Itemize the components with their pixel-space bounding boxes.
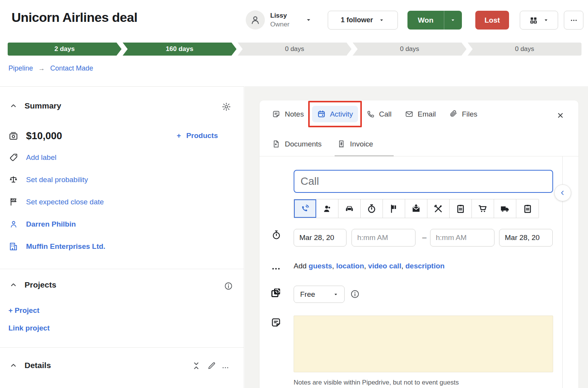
add-prefix: Add xyxy=(294,262,307,270)
tab-files[interactable]: Files xyxy=(444,106,482,122)
activity-type-car-button[interactable] xyxy=(338,199,361,218)
gear-icon xyxy=(222,102,231,112)
person-add-icon xyxy=(322,204,332,214)
tab-invoice[interactable]: Invoice xyxy=(332,136,378,152)
tab-documents[interactable]: Documents xyxy=(267,136,327,152)
activity-type-meeting-button[interactable] xyxy=(316,199,338,218)
activity-subject-input[interactable] xyxy=(294,170,553,193)
projects-info-button[interactable] xyxy=(224,281,233,291)
link-project-link[interactable]: Link project xyxy=(8,324,50,332)
stage-segment[interactable]: 0 days xyxy=(468,43,581,56)
paperclip-icon xyxy=(449,110,458,118)
separator: , xyxy=(364,262,366,270)
availability-info-button[interactable] xyxy=(350,289,360,299)
organization-link[interactable]: Muffin Enterprises Ltd. xyxy=(26,242,105,251)
info-icon xyxy=(350,289,360,299)
details-more-button[interactable] xyxy=(221,363,230,372)
owner-text: Lissy Owner xyxy=(270,12,289,28)
won-dropdown-caret[interactable] xyxy=(444,11,462,30)
tab-label: Email xyxy=(418,110,436,118)
add-video-call-link[interactable]: video call xyxy=(368,262,401,270)
ellipsis-icon xyxy=(570,16,578,25)
details-collapse-fields-button[interactable] xyxy=(192,361,201,370)
deal-probability-row[interactable]: Set deal probability xyxy=(8,175,88,185)
activity-type-clipboard-button[interactable] xyxy=(516,199,539,218)
time-icon xyxy=(271,230,282,240)
add-products-link[interactable]: + Products xyxy=(177,132,218,140)
deal-detail-page: Unicorn Airlines deal Lissy Owner 1 foll… xyxy=(0,0,588,388)
ellipsis-icon xyxy=(271,264,281,274)
contact-person-row[interactable]: Darren Philbin xyxy=(8,219,76,229)
add-project-link[interactable]: + Project xyxy=(8,306,39,314)
deal-value: $10,000 xyxy=(26,130,62,142)
envelope-down-icon xyxy=(411,204,421,214)
lost-button[interactable]: Lost xyxy=(475,11,509,30)
note-textarea[interactable] xyxy=(294,316,553,372)
collapse-projects-button[interactable] xyxy=(9,281,18,289)
activity-type-email-button[interactable] xyxy=(405,199,427,218)
close-date-row[interactable]: Set expected close date xyxy=(8,197,104,207)
details-edit-button[interactable] xyxy=(207,361,216,370)
layout-view-button[interactable] xyxy=(520,11,558,30)
building-icon xyxy=(8,242,18,252)
owner-block[interactable]: Lissy Owner xyxy=(246,10,289,30)
scale-icon xyxy=(8,175,18,185)
clipboard-icon xyxy=(455,204,466,214)
caret-down-icon xyxy=(333,291,339,298)
page-title: Unicorn Airlines deal xyxy=(11,10,137,25)
followers-button[interactable]: 1 follower xyxy=(328,11,398,30)
activity-type-call-button[interactable] xyxy=(294,199,316,218)
tab-call[interactable]: Call xyxy=(361,106,397,122)
start-date-input[interactable] xyxy=(294,229,347,247)
person-icon xyxy=(250,14,261,26)
end-date-input[interactable] xyxy=(499,229,553,247)
breadcrumb: Pipeline → Contact Made xyxy=(8,64,93,72)
receipt-icon xyxy=(337,140,346,148)
separator: , xyxy=(401,262,403,270)
contact-person-link[interactable]: Darren Philbin xyxy=(26,220,76,229)
close-panel-button[interactable] xyxy=(556,111,565,120)
availability-select[interactable]: Free xyxy=(294,286,345,303)
tab-email[interactable]: Email xyxy=(400,106,441,122)
activity-type-delivery-button[interactable] xyxy=(494,199,516,218)
won-button[interactable]: Won xyxy=(407,11,444,30)
activity-type-cart-button[interactable] xyxy=(472,199,494,218)
add-description-link[interactable]: description xyxy=(405,262,444,270)
activity-type-deadline-button[interactable] xyxy=(361,199,383,218)
activity-type-task-button[interactable] xyxy=(450,199,472,218)
add-label-row[interactable]: Add label xyxy=(8,153,56,162)
stage-segment[interactable]: 0 days xyxy=(238,43,351,56)
set-deal-probability-link[interactable]: Set deal probability xyxy=(26,176,88,184)
caret-down-icon xyxy=(378,17,385,23)
set-expected-close-date-link[interactable]: Set expected close date xyxy=(26,198,104,206)
activity-type-flag-button[interactable] xyxy=(383,199,405,218)
summary-settings-button[interactable] xyxy=(222,102,231,112)
owner-dropdown-caret[interactable] xyxy=(305,16,312,24)
end-time-input[interactable] xyxy=(430,229,494,247)
availability-value: Free xyxy=(300,290,315,299)
collapse-vertical-icon xyxy=(192,361,201,370)
tabs-scrollbar-thumb[interactable] xyxy=(335,155,394,156)
activity-type-lunch-button[interactable] xyxy=(427,199,450,218)
collapse-panel-button[interactable] xyxy=(554,184,571,201)
stage-segment[interactable]: 0 days xyxy=(353,43,466,56)
time-range-dash: – xyxy=(419,233,430,242)
add-location-link[interactable]: location xyxy=(336,262,364,270)
collapse-details-button[interactable] xyxy=(9,361,18,370)
more-actions-button[interactable] xyxy=(564,11,583,30)
stage-segment[interactable]: 2 days xyxy=(8,43,122,56)
add-label-link[interactable]: Add label xyxy=(26,153,56,162)
organization-row[interactable]: Muffin Enterprises Ltd. xyxy=(8,242,105,252)
add-guests-link[interactable]: guests xyxy=(309,262,332,270)
breadcrumb-pipeline-link[interactable]: Pipeline xyxy=(8,64,33,72)
tab-activity[interactable]: Activity xyxy=(312,106,358,122)
tab-notes[interactable]: Notes xyxy=(267,106,309,122)
more-fields-icon xyxy=(271,264,281,274)
breadcrumb-stage-link[interactable]: Contact Made xyxy=(50,64,93,72)
collapse-summary-button[interactable] xyxy=(9,102,18,110)
stopwatch-icon xyxy=(271,230,282,240)
stage-segment[interactable]: 160 days xyxy=(123,43,237,56)
shopping-cart-icon xyxy=(478,204,488,214)
section-divider xyxy=(0,269,244,269)
start-time-input[interactable] xyxy=(351,229,416,247)
